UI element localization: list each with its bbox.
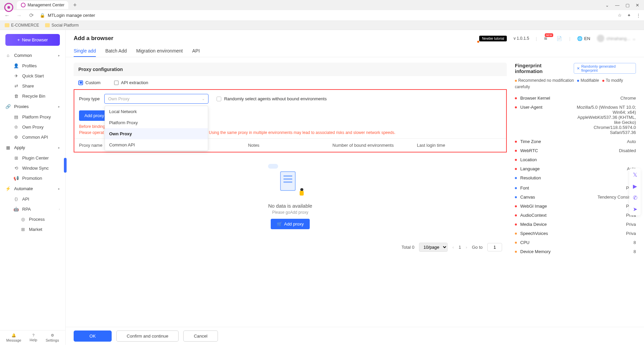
reload-icon[interactable]: ⟳ [28,12,35,19]
sidebar-item-plugin-center[interactable]: ⊞Plugin Center [0,153,65,163]
svg-point-2 [21,3,25,7]
chevron-right-icon: ▸ [58,105,60,108]
tab-batch-add[interactable]: Batch Add [105,45,127,57]
footer-help[interactable]: ?Help [30,333,37,342]
fingerprint-title: Fingerprint information [515,63,570,74]
profiles-icon: 👤 [13,63,19,68]
document-icon[interactable]: 📄 [557,36,563,41]
sidebar-cat-automate[interactable]: ⚡Automate▸ [0,183,65,194]
sidebar-item-promotion[interactable]: 📢Promotion [0,173,65,183]
sidebar-collapse-handle[interactable] [64,158,67,173]
tutorial-badge[interactable]: Newbie tutorial [479,36,507,41]
forward-icon[interactable]: → [15,12,23,19]
new-browser-button[interactable]: + New Browser [5,34,60,46]
home-icon: ⌂ [5,53,11,58]
option-own-proxy[interactable]: Own Proxy [105,128,208,139]
chevron-down-icon[interactable]: ⌄ [605,3,609,8]
globe-icon: 🌐 [577,36,582,41]
pager-total: Total 0 [402,245,414,250]
sidebar-cat-proxies[interactable]: 🔗Proxies▸ [0,101,65,112]
sidebar-item-platform-proxy[interactable]: ▤Platform Proxy [0,112,65,122]
app-logo-icon [3,2,14,13]
pager-perpage-select[interactable]: 10/page [419,243,448,252]
sidebar-cat-apply[interactable]: ▦Apply▸ [0,142,65,153]
social-float: 𝕏 ▶ ✆ ➤ [629,168,641,215]
sidebar-cat-common[interactable]: ⌂Common▸ [0,50,65,61]
shuffle-icon: ✕ [577,66,580,71]
pager-next-icon[interactable]: › [466,245,467,250]
col-login: Last login time [417,143,501,148]
menu-icon[interactable]: ⋮ [636,13,641,18]
bell-icon: 🔔 [11,333,16,338]
folder-icon [5,23,9,27]
tab-single-add[interactable]: Single add [74,45,96,57]
twitter-icon[interactable]: 𝕏 [631,171,639,178]
sidebar-item-profiles[interactable]: 👤Profiles [0,61,65,71]
sidebar-item-common-api[interactable]: ⚙Common API [0,132,65,142]
option-platform-proxy[interactable]: Platform Proxy [105,117,208,128]
trash-icon: 🗑 [13,93,19,99]
sidebar-item-api[interactable]: ⟨⟩API [0,194,65,204]
pager-goto-label: Go to [472,245,483,250]
radio-api-extraction[interactable]: API extraction [114,80,148,85]
bookmark-social[interactable]: Social Platform [45,23,79,28]
layers-icon[interactable]: ≋NEW [544,36,550,41]
chevron-right-icon: › [59,207,60,211]
sidebar-item-own-proxy[interactable]: ♔Own Proxy [0,122,65,132]
chevron-right-icon: ▸ [58,146,60,149]
random-fingerprint-button[interactable]: ✕Randomly generated fingerprint [574,63,636,74]
close-icon[interactable]: ✕ [636,3,639,8]
sidebar-item-market[interactable]: ⊞Market [0,224,65,234]
proxy-type-select[interactable]: Own Proxy ⌄ Local Network Platform Proxy… [104,94,209,104]
footer-message[interactable]: 🔔Message [6,333,21,342]
sidebar-item-rpa[interactable]: 🤖RPA› [0,204,65,214]
radio-custom[interactable]: Custom [78,80,101,85]
cancel-button[interactable]: Cancel [183,331,218,342]
chevron-down-icon: ⌄ [202,97,205,101]
star-icon[interactable]: ☆ [618,13,622,18]
option-common-api[interactable]: Common API [105,139,208,150]
option-local-network[interactable]: Local Network [105,106,208,117]
tab-migration[interactable]: Migration environment [136,45,183,57]
radio-checked-icon [78,80,83,85]
sidebar-item-window-sync[interactable]: ⟲Window Sync [0,163,65,173]
automate-icon: ⚡ [5,186,11,191]
sidebar-item-share[interactable]: ⇄Share [0,81,65,91]
robot-icon: 🤖 [13,206,19,212]
megaphone-icon: 📢 [13,175,19,181]
sidebar-item-recycle[interactable]: 🗑Recycle Bin [0,91,65,101]
pager-page[interactable]: 1 [459,245,461,250]
sidebar-item-quick-start[interactable]: ✈Quick Start [0,71,65,81]
col-notes: Notes [248,143,332,148]
process-icon: ◎ [20,216,26,222]
maximize-icon[interactable]: ▢ [626,3,630,8]
ok-button[interactable]: OK [74,331,112,342]
browser-tab[interactable]: Management Center [17,1,68,9]
grid-icon: ▦ [5,145,11,150]
empty-illustration-icon [267,163,314,200]
empty-add-proxy-button[interactable]: 🛒Add proxy [271,219,310,229]
select-placeholder: Own Proxy [108,96,129,101]
bookmarks-bar: E-COMMERCE Social Platform [0,21,644,30]
empty-subtitle: Please goAdd proxy [272,210,308,215]
whatsapp-icon[interactable]: ✆ [631,194,639,201]
telegram-icon[interactable]: ➤ [631,205,639,213]
page-title: Add a browser [74,35,113,42]
bookmark-ecommerce[interactable]: E-COMMERCE [5,23,39,28]
language-selector[interactable]: 🌐EN [577,36,590,41]
youtube-icon[interactable]: ▶ [631,182,639,190]
pager-prev-icon[interactable]: ‹ [452,245,454,250]
random-select-checkbox[interactable]: Randomly select agents without bound env… [217,96,327,101]
pager-goto-input[interactable] [487,243,502,251]
footer-settings[interactable]: ⚙Settings [46,333,59,342]
url-field[interactable]: 🔒 MTLogin manage center [40,13,613,18]
back-icon[interactable]: ← [3,12,11,19]
extensions-icon[interactable]: ✦ [627,13,631,18]
minimize-icon[interactable]: — [615,3,619,8]
confirm-continue-button[interactable]: Confirm and continue [116,331,179,342]
address-bar: ← → ⟳ 🔒 MTLogin manage center ☆ ✦ ⋮ [0,10,644,21]
sidebar-item-process[interactable]: ◎Process [0,214,65,224]
new-tab-button[interactable]: + [68,2,81,9]
tab-api[interactable]: API [192,45,200,57]
user-menu[interactable]: chinahang...⌄ [597,35,636,42]
